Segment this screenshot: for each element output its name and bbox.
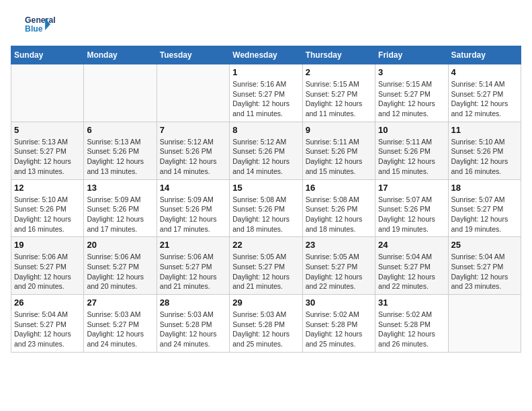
day-info: Sunrise: 5:07 AM Sunset: 5:27 PM Dayligh… [451, 195, 518, 234]
day-number: 24 [378, 240, 445, 250]
calendar-week-row: 26Sunrise: 5:04 AM Sunset: 5:27 PM Dayli… [11, 295, 521, 353]
day-number: 25 [451, 240, 518, 250]
weekday-header-sunday: Sunday [11, 46, 84, 64]
day-number: 3 [378, 67, 445, 77]
calendar-day-27: 27Sunrise: 5:03 AM Sunset: 5:27 PM Dayli… [84, 295, 157, 353]
day-info: Sunrise: 5:12 AM Sunset: 5:26 PM Dayligh… [160, 137, 226, 177]
calendar-day-7: 7Sunrise: 5:12 AM Sunset: 5:26 PM Daylig… [157, 122, 229, 179]
calendar-day-9: 9Sunrise: 5:11 AM Sunset: 5:26 PM Daylig… [302, 122, 375, 179]
page-header: GeneralBlue [11, 11, 521, 38]
day-info: Sunrise: 5:07 AM Sunset: 5:26 PM Dayligh… [378, 195, 445, 234]
calendar-day-14: 14Sunrise: 5:09 AM Sunset: 5:26 PM Dayli… [157, 179, 229, 237]
day-info: Sunrise: 5:05 AM Sunset: 5:27 PM Dayligh… [306, 252, 372, 291]
calendar-day-empty [448, 295, 521, 353]
day-number: 9 [306, 125, 372, 135]
calendar-day-26: 26Sunrise: 5:04 AM Sunset: 5:27 PM Dayli… [11, 295, 84, 353]
calendar-day-6: 6Sunrise: 5:13 AM Sunset: 5:26 PM Daylig… [84, 122, 157, 179]
day-info: Sunrise: 5:02 AM Sunset: 5:28 PM Dayligh… [378, 310, 445, 349]
calendar-day-25: 25Sunrise: 5:04 AM Sunset: 5:27 PM Dayli… [448, 237, 521, 295]
calendar-day-18: 18Sunrise: 5:07 AM Sunset: 5:27 PM Dayli… [448, 179, 521, 237]
calendar-day-10: 10Sunrise: 5:11 AM Sunset: 5:26 PM Dayli… [375, 122, 448, 179]
day-number: 12 [14, 183, 81, 193]
day-number: 19 [14, 240, 81, 250]
calendar-body: 1Sunrise: 5:16 AM Sunset: 5:27 PM Daylig… [11, 64, 521, 353]
day-number: 21 [160, 240, 226, 250]
weekday-header-saturday: Saturday [448, 46, 521, 64]
day-info: Sunrise: 5:13 AM Sunset: 5:26 PM Dayligh… [87, 137, 153, 177]
calendar-week-row: 5Sunrise: 5:13 AM Sunset: 5:27 PM Daylig… [11, 122, 521, 179]
day-number: 14 [160, 183, 226, 193]
day-info: Sunrise: 5:09 AM Sunset: 5:26 PM Dayligh… [160, 195, 226, 234]
calendar-day-11: 11Sunrise: 5:10 AM Sunset: 5:26 PM Dayli… [448, 122, 521, 179]
day-info: Sunrise: 5:04 AM Sunset: 5:27 PM Dayligh… [378, 252, 445, 291]
day-info: Sunrise: 5:08 AM Sunset: 5:26 PM Dayligh… [306, 195, 372, 234]
day-number: 28 [160, 298, 226, 308]
calendar-header: SundayMondayTuesdayWednesdayThursdayFrid… [11, 46, 521, 64]
weekday-header-tuesday: Tuesday [157, 46, 229, 64]
day-number: 23 [306, 240, 372, 250]
weekday-header-friday: Friday [375, 46, 448, 64]
day-info: Sunrise: 5:02 AM Sunset: 5:28 PM Dayligh… [306, 310, 372, 349]
calendar-day-15: 15Sunrise: 5:08 AM Sunset: 5:26 PM Dayli… [230, 179, 302, 237]
day-info: Sunrise: 5:10 AM Sunset: 5:26 PM Dayligh… [14, 195, 81, 234]
calendar-day-empty [84, 64, 157, 122]
calendar-table: SundayMondayTuesdayWednesdayThursdayFrid… [11, 46, 521, 353]
day-number: 1 [232, 67, 299, 77]
day-info: Sunrise: 5:03 AM Sunset: 5:28 PM Dayligh… [232, 310, 299, 349]
calendar-day-empty [11, 64, 84, 122]
day-info: Sunrise: 5:06 AM Sunset: 5:27 PM Dayligh… [160, 252, 226, 291]
day-info: Sunrise: 5:04 AM Sunset: 5:27 PM Dayligh… [451, 252, 518, 291]
day-info: Sunrise: 5:11 AM Sunset: 5:26 PM Dayligh… [306, 137, 372, 177]
day-number: 29 [232, 298, 299, 308]
calendar-day-empty [157, 64, 229, 122]
calendar-day-30: 30Sunrise: 5:02 AM Sunset: 5:28 PM Dayli… [302, 295, 375, 353]
calendar-day-23: 23Sunrise: 5:05 AM Sunset: 5:27 PM Dayli… [302, 237, 375, 295]
day-info: Sunrise: 5:12 AM Sunset: 5:26 PM Dayligh… [232, 137, 299, 177]
day-info: Sunrise: 5:11 AM Sunset: 5:26 PM Dayligh… [378, 137, 445, 177]
day-info: Sunrise: 5:04 AM Sunset: 5:27 PM Dayligh… [14, 310, 81, 349]
day-info: Sunrise: 5:13 AM Sunset: 5:27 PM Dayligh… [14, 137, 81, 177]
day-info: Sunrise: 5:09 AM Sunset: 5:26 PM Dayligh… [87, 195, 153, 234]
calendar-week-row: 19Sunrise: 5:06 AM Sunset: 5:27 PM Dayli… [11, 237, 521, 295]
weekday-header-row: SundayMondayTuesdayWednesdayThursdayFrid… [11, 46, 521, 64]
day-number: 26 [14, 298, 81, 308]
calendar-day-16: 16Sunrise: 5:08 AM Sunset: 5:26 PM Dayli… [302, 179, 375, 237]
day-number: 4 [451, 67, 518, 77]
calendar-day-31: 31Sunrise: 5:02 AM Sunset: 5:28 PM Dayli… [375, 295, 448, 353]
weekday-header-thursday: Thursday [302, 46, 375, 64]
calendar-day-4: 4Sunrise: 5:14 AM Sunset: 5:27 PM Daylig… [448, 64, 521, 122]
calendar-day-20: 20Sunrise: 5:06 AM Sunset: 5:27 PM Dayli… [84, 237, 157, 295]
day-number: 13 [87, 183, 153, 193]
day-info: Sunrise: 5:03 AM Sunset: 5:27 PM Dayligh… [87, 310, 153, 349]
day-number: 17 [378, 183, 445, 193]
calendar-day-19: 19Sunrise: 5:06 AM Sunset: 5:27 PM Dayli… [11, 237, 84, 295]
logo-icon: GeneralBlue [11, 11, 64, 38]
day-number: 20 [87, 240, 153, 250]
day-info: Sunrise: 5:06 AM Sunset: 5:27 PM Dayligh… [14, 252, 81, 291]
day-number: 5 [14, 125, 81, 135]
calendar-day-1: 1Sunrise: 5:16 AM Sunset: 5:27 PM Daylig… [230, 64, 302, 122]
calendar-day-17: 17Sunrise: 5:07 AM Sunset: 5:26 PM Dayli… [375, 179, 448, 237]
day-number: 6 [87, 125, 153, 135]
calendar-day-24: 24Sunrise: 5:04 AM Sunset: 5:27 PM Dayli… [375, 237, 448, 295]
day-number: 7 [160, 125, 226, 135]
day-number: 10 [378, 125, 445, 135]
day-info: Sunrise: 5:03 AM Sunset: 5:28 PM Dayligh… [160, 310, 226, 349]
calendar-day-12: 12Sunrise: 5:10 AM Sunset: 5:26 PM Dayli… [11, 179, 84, 237]
day-number: 2 [306, 67, 372, 77]
day-number: 11 [451, 125, 518, 135]
calendar-day-5: 5Sunrise: 5:13 AM Sunset: 5:27 PM Daylig… [11, 122, 84, 179]
calendar-week-row: 1Sunrise: 5:16 AM Sunset: 5:27 PM Daylig… [11, 64, 521, 122]
day-info: Sunrise: 5:06 AM Sunset: 5:27 PM Dayligh… [87, 252, 153, 291]
day-info: Sunrise: 5:14 AM Sunset: 5:27 PM Dayligh… [451, 79, 518, 119]
day-number: 18 [451, 183, 518, 193]
day-info: Sunrise: 5:15 AM Sunset: 5:27 PM Dayligh… [378, 79, 445, 119]
calendar-day-22: 22Sunrise: 5:05 AM Sunset: 5:27 PM Dayli… [230, 237, 302, 295]
calendar-day-13: 13Sunrise: 5:09 AM Sunset: 5:26 PM Dayli… [84, 179, 157, 237]
calendar-week-row: 12Sunrise: 5:10 AM Sunset: 5:26 PM Dayli… [11, 179, 521, 237]
calendar-day-28: 28Sunrise: 5:03 AM Sunset: 5:28 PM Dayli… [157, 295, 229, 353]
day-number: 22 [232, 240, 299, 250]
day-number: 15 [232, 183, 299, 193]
calendar-day-3: 3Sunrise: 5:15 AM Sunset: 5:27 PM Daylig… [375, 64, 448, 122]
weekday-header-monday: Monday [84, 46, 157, 64]
